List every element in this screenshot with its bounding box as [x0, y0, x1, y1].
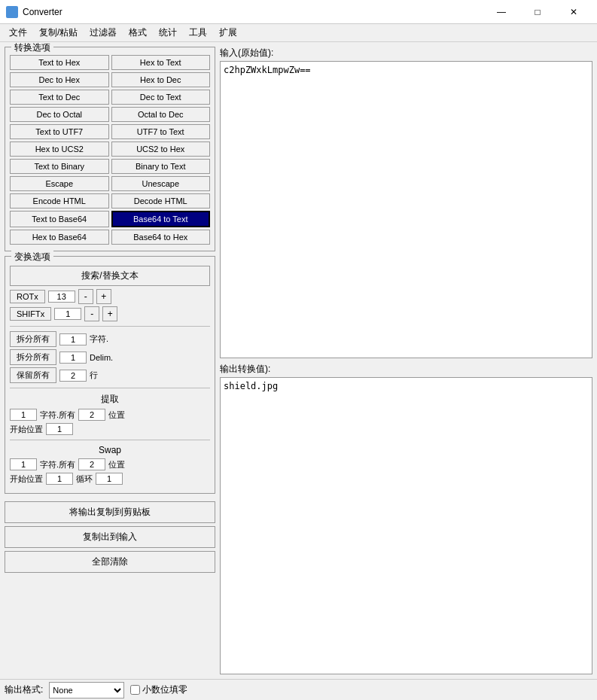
conversion-grid: Text to Hex Hex to Text Dec to Hex Hex t…	[10, 55, 210, 245]
extract-label: 提取	[10, 393, 210, 406]
unescape-btn[interactable]: Unescape	[111, 176, 211, 191]
hex-to-base64-btn[interactable]: Hex to Base64	[10, 230, 109, 245]
output-label: 输出转换值):	[220, 363, 592, 376]
clear-all-btn[interactable]: 全部清除	[5, 551, 215, 573]
menu-item-扩展[interactable]: 扩展	[213, 25, 243, 41]
menu-item-文件[interactable]: 文件	[3, 25, 33, 41]
split1-input[interactable]	[59, 333, 87, 345]
decimal-fill-text: 小数位填零	[142, 683, 187, 696]
transform-group-title: 变换选项	[11, 251, 53, 263]
split1-suffix: 字符.	[90, 333, 108, 345]
input-section: 输入(原始值): c2hpZWxkLmpwZw==	[220, 47, 592, 358]
menu-item-过滤器[interactable]: 过滤器	[84, 25, 123, 41]
swap-cycle-input[interactable]	[96, 473, 123, 485]
menu-item-复制/粘贴[interactable]: 复制/粘贴	[33, 25, 84, 41]
input-label: 输入(原始值):	[220, 47, 592, 59]
minimize-button[interactable]: —	[484, 5, 519, 20]
right-panel: 输入(原始值): c2hpZWxkLmpwZw== 输出转换值): shield…	[220, 47, 592, 674]
split2-row: 拆分所有 Delim.	[10, 349, 210, 365]
input-textarea[interactable]: c2hpZWxkLmpwZw==	[220, 61, 592, 358]
extract-char-mid: 字符.所有	[40, 409, 75, 421]
maximize-button[interactable]: □	[520, 5, 555, 20]
bottom-actions: 将输出复制到剪贴板 复制出到输入 全部清除	[5, 501, 215, 573]
extract-row2: 开始位置	[10, 423, 210, 435]
shiftx-btn[interactable]: SHIFTx	[10, 307, 51, 321]
keepall-input[interactable]	[59, 370, 87, 382]
conversion-group-title: 转换选项	[11, 42, 53, 54]
copy-output-btn[interactable]: 将输出复制到剪贴板	[5, 501, 215, 523]
extract-startpos-input[interactable]	[46, 423, 73, 435]
extract-char-input[interactable]	[10, 409, 37, 421]
split2-btn[interactable]: 拆分所有	[10, 349, 56, 365]
swap-row1: 字符.所有 位置	[10, 458, 210, 470]
octal-to-dec-btn[interactable]: Octal to Dec	[111, 107, 211, 122]
swap-pos-suffix: 位置	[108, 459, 125, 470]
window-controls: — □ ✕	[484, 5, 591, 20]
copy-to-input-btn[interactable]: 复制出到输入	[5, 526, 215, 548]
menu-item-格式[interactable]: 格式	[123, 25, 153, 41]
base64-to-text-btn[interactable]: Base64 to Text	[111, 211, 211, 227]
split1-btn[interactable]: 拆分所有	[10, 331, 56, 347]
close-button[interactable]: ✕	[556, 5, 591, 20]
text-to-binary-btn[interactable]: Text to Binary	[10, 159, 109, 174]
extract-pos-input[interactable]	[78, 409, 105, 421]
extract-row1: 字符.所有 位置	[10, 409, 210, 421]
split1-row: 拆分所有 字符.	[10, 331, 210, 347]
swap-pos-input[interactable]	[78, 458, 105, 470]
output-section: 输出转换值): shield.jpg	[220, 363, 592, 674]
dec-to-hex-btn[interactable]: Dec to Hex	[10, 72, 109, 87]
search-replace-btn[interactable]: 搜索/替换文本	[10, 266, 210, 286]
hex-to-ucs2-btn[interactable]: Hex to UCS2	[10, 142, 109, 157]
swap-row2: 开始位置 循环	[10, 473, 210, 485]
output-textarea[interactable]: shield.jpg	[220, 377, 592, 674]
utf7-to-text-btn[interactable]: UTF7 to Text	[111, 124, 211, 139]
escape-btn[interactable]: Escape	[10, 176, 109, 191]
split2-suffix: Delim.	[90, 353, 113, 362]
rotx-minus-btn[interactable]: -	[78, 289, 93, 304]
rotx-btn[interactable]: ROTx	[10, 290, 45, 303]
conversion-group: 转换选项 Text to Hex Hex to Text Dec to Hex …	[5, 47, 215, 251]
binary-to-text-btn[interactable]: Binary to Text	[111, 159, 211, 174]
shiftx-minus-btn[interactable]: -	[84, 306, 99, 321]
text-to-hex-btn[interactable]: Text to Hex	[10, 55, 109, 70]
menubar: 文件复制/粘贴过滤器格式统计工具扩展	[0, 24, 597, 42]
shiftx-plus-btn[interactable]: +	[102, 306, 117, 321]
shiftx-input[interactable]	[54, 308, 81, 320]
encode-html-btn[interactable]: Encode HTML	[10, 193, 109, 208]
dec-to-octal-btn[interactable]: Dec to Octal	[10, 107, 109, 122]
left-panel: 转换选项 Text to Hex Hex to Text Dec to Hex …	[5, 47, 215, 674]
ucs2-to-hex-btn[interactable]: UCS2 to Hex	[111, 142, 211, 157]
rotx-row: ROTx - +	[10, 289, 210, 304]
decode-html-btn[interactable]: Decode HTML	[111, 193, 211, 208]
rotx-input[interactable]	[48, 291, 75, 303]
main-content: 转换选项 Text to Hex Hex to Text Dec to Hex …	[0, 42, 597, 679]
menu-item-工具[interactable]: 工具	[183, 25, 213, 41]
menu-item-统计[interactable]: 统计	[153, 25, 183, 41]
text-to-base64-btn[interactable]: Text to Base64	[10, 211, 109, 227]
swap-cycle-label: 循环	[76, 473, 93, 485]
decimal-fill-label: 小数位填零	[130, 683, 187, 696]
text-to-dec-btn[interactable]: Text to Dec	[10, 90, 109, 105]
format-select[interactable]: None Hex Dec Oct Bin	[49, 682, 124, 698]
rotx-plus-btn[interactable]: +	[96, 289, 111, 304]
swap-char-input[interactable]	[10, 458, 37, 470]
dec-to-text-btn[interactable]: Dec to Text	[111, 90, 211, 105]
decimal-fill-checkbox[interactable]	[130, 685, 140, 695]
text-to-utf7-btn[interactable]: Text to UTF7	[10, 124, 109, 139]
extract-startpos-label: 开始位置	[10, 424, 43, 435]
swap-label: Swap	[10, 445, 210, 455]
swap-startpos-input[interactable]	[46, 473, 73, 485]
swap-startpos-label: 开始位置	[10, 473, 43, 485]
keepall-suffix: 行	[90, 370, 98, 381]
split2-input[interactable]	[59, 352, 87, 364]
keepall-btn[interactable]: 保留所有	[10, 367, 56, 383]
hex-to-dec-btn[interactable]: Hex to Dec	[111, 72, 211, 87]
transform-group: 变换选项 搜索/替换文本 ROTx - + SHIFTx - +	[5, 256, 215, 494]
swap-char-mid: 字符.所有	[40, 459, 75, 470]
app-icon	[6, 6, 18, 18]
keepall-row: 保留所有 行	[10, 367, 210, 383]
extract-pos-suffix: 位置	[108, 409, 125, 421]
titlebar: Converter — □ ✕	[0, 0, 597, 24]
hex-to-text-btn[interactable]: Hex to Text	[111, 55, 211, 70]
base64-to-hex-btn[interactable]: Base64 to Hex	[111, 230, 211, 245]
